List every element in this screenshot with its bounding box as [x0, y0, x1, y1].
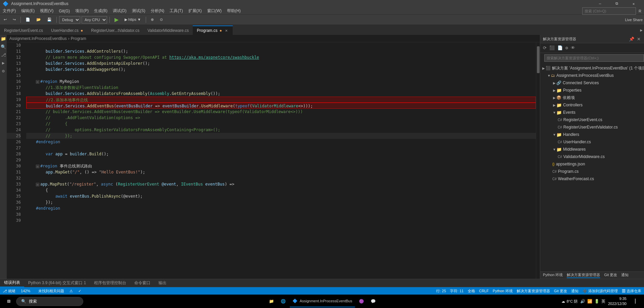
add-source-control[interactable]: ➕ 添加到源代码管理	[583, 289, 618, 294]
tree-register-validator[interactable]: C# RegisterUserEventValidator.cs	[540, 123, 644, 131]
menu-extensions[interactable]: 扩展(X)	[186, 7, 204, 14]
taskbar-chat-app[interactable]: 💬	[368, 295, 378, 307]
tree-dependencies[interactable]: ▶ 📦 依赖项	[540, 94, 644, 101]
code-content[interactable]: builder.Services.AddControllers(); // Le…	[24, 42, 536, 279]
status-explorer-link[interactable]: 解决方案资源管理器	[517, 289, 550, 294]
python-env-tab[interactable]: Python 环境	[543, 272, 563, 278]
bottom-tab-package-manager[interactable]: 程序包管理控制台	[90, 279, 130, 287]
notifications-tab[interactable]: 通知	[621, 272, 629, 278]
tree-solution-root[interactable]: ▶ ⬛ 解决方案 'Assignment.InProcessEventBus' …	[540, 64, 644, 72]
bottom-tab-python[interactable]: Python 3.9 (64-bit) 交互式窗口 1	[24, 279, 90, 287]
tree-events[interactable]: ▼ 📁 Events	[540, 109, 644, 116]
tree-validator-middleware[interactable]: C# ValidatorMiddleware.cs	[540, 153, 644, 160]
run-button[interactable]: ▶	[112, 15, 121, 24]
scroll-indicator[interactable]	[536, 42, 540, 279]
menu-project[interactable]: 项目(P)	[73, 7, 91, 14]
tree-controllers[interactable]: ▶ 📁 Controllers	[540, 101, 644, 109]
taskbar-search[interactable]: 🔍 搜索	[16, 297, 83, 306]
tree-program-cs[interactable]: C# Program.cs	[540, 168, 644, 175]
save-button[interactable]: 💾	[45, 16, 54, 23]
panel-pin-button[interactable]: 📌	[628, 36, 635, 42]
start-button[interactable]: ⊞	[3, 295, 15, 307]
minimize-button[interactable]: —	[592, 0, 608, 7]
status-notifications[interactable]: 通知	[571, 289, 579, 294]
language-indicator[interactable]: 英	[601, 299, 605, 304]
run-with-debug-button[interactable]: ▶ https ▼	[122, 16, 143, 23]
taskbar-edge[interactable]: 🌐	[278, 295, 288, 307]
tab-register-validator[interactable]: RegisterUser...tValidator.cs	[87, 25, 143, 35]
fold-icon-33[interactable]: ⊟	[36, 183, 39, 186]
tree-register-user-event[interactable]: C# RegisterUserEvent.cs	[540, 116, 644, 123]
global-search-input[interactable]	[582, 7, 636, 15]
tree-user-handler[interactable]: C# UserHandler.cs	[540, 138, 644, 146]
properties-button[interactable]: ⚙	[565, 45, 569, 51]
tree-connected-services[interactable]: ▶ 🔗 Connected Services	[540, 79, 644, 87]
collapse-all-button[interactable]: ⬛	[549, 45, 555, 51]
activity-git[interactable]: ⎇	[1, 52, 6, 58]
search-solution-input[interactable]	[544, 54, 644, 62]
close-button[interactable]: ✕	[626, 0, 641, 7]
tab-close-button[interactable]: ✕	[224, 29, 229, 33]
menu-test[interactable]: 测试(S)	[129, 7, 148, 14]
bottom-tab-error-list[interactable]: 错误列表	[0, 279, 24, 287]
code-container[interactable]: 10 11 12 13 14 15 16 17 18 19 20 21 22 2…	[7, 42, 540, 279]
show-desktop-button[interactable]: |	[629, 295, 641, 307]
breakpoint-button[interactable]: ⊙	[157, 16, 165, 23]
debug-config-dropdown[interactable]: Debug	[59, 16, 80, 23]
tab-validator-middleware[interactable]: ValidatorMiddleware.cs	[143, 25, 193, 35]
tree-properties[interactable]: ▶ 📁 Properties	[540, 87, 644, 94]
show-all-files-button[interactable]: 📄	[557, 45, 563, 51]
menu-debug[interactable]: 调试(D)	[110, 7, 129, 14]
git-changes-tab[interactable]: Git 更改	[604, 272, 617, 278]
solution-explorer-tab[interactable]: 解决方案资源管理器	[567, 272, 600, 278]
activity-search[interactable]: 🔍	[1, 44, 6, 50]
open-button[interactable]: 📂	[34, 16, 43, 23]
fold-icon-16[interactable]: ⊟	[36, 80, 39, 84]
scroll-tabs-right[interactable]: ▶	[639, 25, 644, 35]
status-git[interactable]: Git 更改	[554, 289, 567, 294]
activity-debug[interactable]: ▶	[1, 60, 6, 66]
tray-icon-2[interactable]: 📶	[587, 299, 592, 304]
taskbar-vs[interactable]: 🔷 Assignment.InProcessEventBus	[290, 295, 355, 307]
tab-register-user-event[interactable]: RegisterUserEvent.cs	[0, 25, 47, 35]
menu-git[interactable]: Git(G)	[56, 7, 73, 14]
activity-explorer[interactable]: 📁	[1, 36, 6, 42]
clock-area[interactable]: 9:35 2022/12/30	[608, 296, 627, 307]
live-share-button[interactable]: Live Share	[625, 18, 643, 22]
new-file-button[interactable]: 📄	[23, 16, 33, 23]
tree-weather-forecast[interactable]: C# WeatherForecast.cs	[540, 175, 644, 183]
menu-analyze[interactable]: 分析(N)	[148, 7, 167, 14]
attach-button[interactable]: ⊕	[148, 16, 156, 23]
sync-button[interactable]: ⟳	[542, 45, 547, 51]
bottom-tab-output[interactable]: 输出	[154, 279, 171, 287]
tray-icon-3[interactable]: 🔋	[594, 299, 599, 304]
taskbar-file-explorer[interactable]: 📁	[266, 295, 277, 307]
breadcrumb-class[interactable]: Program	[71, 36, 86, 41]
panel-close-button[interactable]: ✕	[636, 36, 641, 42]
tray-icon-1[interactable]: 🔊	[580, 299, 585, 304]
restore-button[interactable]: ⧉	[609, 0, 625, 7]
status-zoom[interactable]: 142%	[21, 289, 30, 293]
menu-edit[interactable]: 编辑(E)	[18, 7, 37, 14]
menu-window[interactable]: 窗口(W)	[204, 7, 224, 14]
breadcrumb-project[interactable]: Assignment.InProcessEventBus	[9, 36, 67, 41]
menu-view[interactable]: 视图(V)	[37, 7, 56, 14]
bottom-tab-command[interactable]: 命令窗口	[130, 279, 154, 287]
tree-middlewares[interactable]: ▼ 📁 Middlewares	[540, 146, 644, 153]
menu-tools[interactable]: 工具(T)	[167, 7, 185, 14]
menu-help[interactable]: 帮助(H)	[224, 7, 243, 14]
tree-appsettings[interactable]: {} appsettings.json	[540, 160, 644, 168]
select-repo[interactable]: ☰ 选择仓库	[622, 289, 641, 294]
activity-extensions[interactable]: ⚙	[1, 68, 6, 74]
undo-button[interactable]: ↩	[1, 16, 9, 23]
platform-dropdown[interactable]: Any CPU	[82, 16, 107, 23]
taskbar-purple-app[interactable]: 🟣	[356, 295, 367, 307]
scroll-thumb[interactable]	[537, 46, 540, 73]
preview-button[interactable]: 👁	[570, 45, 576, 51]
redo-button[interactable]: ↪	[10, 16, 18, 23]
tab-user-handler[interactable]: UserHandler.cs ●	[47, 25, 87, 35]
status-line-ending[interactable]: CRLF	[479, 289, 489, 293]
tree-project[interactable]: ▼ 🗂 Assignment.InProcessEventBus	[540, 72, 644, 79]
fold-icon-30[interactable]: ⊟	[36, 165, 39, 168]
tree-handlers[interactable]: ▼ 📁 Handlers	[540, 131, 644, 138]
